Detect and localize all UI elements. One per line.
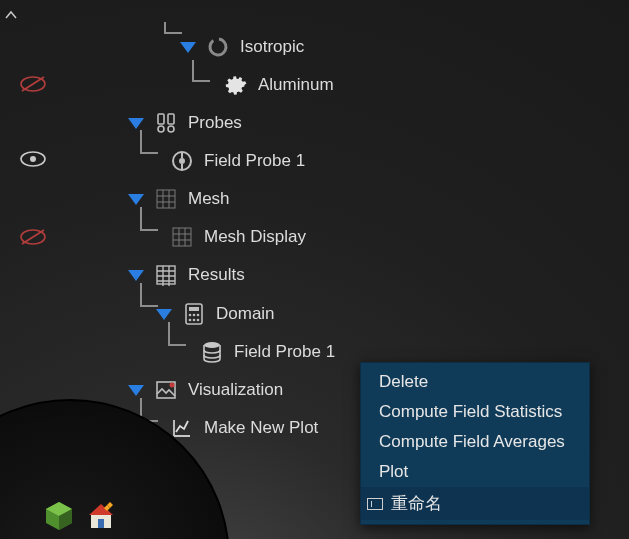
ctx-compute-field-averages[interactable]: Compute Field Averages <box>361 427 589 457</box>
expander-icon[interactable] <box>128 270 144 281</box>
taskbar-app-cube-icon[interactable] <box>42 499 76 533</box>
svg-point-19 <box>193 314 196 317</box>
probe-icon <box>170 149 194 173</box>
tree-label: Make New Plot <box>204 418 318 438</box>
expander-icon[interactable] <box>128 385 144 396</box>
tree-label: Mesh Display <box>204 227 306 247</box>
tree-node-isotropic[interactable]: Isotropic <box>180 32 304 62</box>
svg-rect-14 <box>173 228 191 246</box>
svg-point-18 <box>189 314 192 317</box>
database-icon <box>200 340 224 364</box>
tree-node-domain[interactable]: Domain <box>156 299 275 329</box>
results-table-icon <box>154 263 178 287</box>
svg-rect-17 <box>189 307 199 311</box>
ctx-label: Compute Field Averages <box>379 432 565 452</box>
ctx-label: 重命名 <box>391 492 442 515</box>
tree-node-mesh-display[interactable]: Mesh Display <box>170 222 306 252</box>
ctx-plot[interactable]: Plot <box>361 457 589 487</box>
tree-label: Aluminum <box>258 75 334 95</box>
tree-label: Domain <box>216 304 275 324</box>
gear-icon <box>224 73 248 97</box>
expander-icon[interactable] <box>156 309 172 320</box>
tree-label: Probes <box>188 113 242 133</box>
svg-rect-7 <box>158 114 164 124</box>
material-ring-icon <box>206 35 230 59</box>
visualization-picture-icon <box>154 378 178 402</box>
svg-point-22 <box>193 319 196 322</box>
taskbar-app-home-icon[interactable] <box>84 499 118 533</box>
ctx-label: Plot <box>379 462 408 482</box>
expander-icon[interactable] <box>128 118 144 129</box>
visibility-off-icon[interactable] <box>20 75 46 93</box>
svg-point-10 <box>168 126 174 132</box>
domain-calculator-icon <box>182 302 206 326</box>
ctx-delete[interactable]: Delete <box>361 367 589 397</box>
tree-node-field-probe[interactable]: Field Probe 1 <box>170 146 305 176</box>
tree-node-make-new-plot[interactable]: Make New Plot <box>170 413 318 443</box>
chevron-up-icon[interactable] <box>4 8 18 22</box>
svg-point-6 <box>207 36 230 59</box>
rename-icon <box>367 498 383 510</box>
expander-icon[interactable] <box>128 194 144 205</box>
tree-label: Isotropic <box>240 37 304 57</box>
probes-group-icon <box>154 111 178 135</box>
tree-label: Field Probe 1 <box>234 342 335 362</box>
context-menu: Delete Compute Field Statistics Compute … <box>360 362 590 525</box>
ctx-compute-field-statistics[interactable]: Compute Field Statistics <box>361 397 589 427</box>
svg-point-21 <box>189 319 192 322</box>
svg-point-20 <box>197 314 200 317</box>
tree-label: Results <box>188 265 245 285</box>
svg-rect-32 <box>98 519 104 528</box>
svg-rect-13 <box>157 190 175 208</box>
ctx-label: Delete <box>379 372 428 392</box>
svg-point-24 <box>204 342 220 348</box>
mesh-icon <box>154 187 178 211</box>
tree-node-results[interactable]: Results <box>128 260 245 290</box>
tree-label: Visualization <box>188 380 283 400</box>
tree-node-aluminum[interactable]: Aluminum <box>224 70 334 100</box>
ctx-rename[interactable]: 重命名 <box>361 487 589 520</box>
tree-node-result-field-probe[interactable]: Field Probe 1 <box>200 337 335 367</box>
svg-point-23 <box>197 319 200 322</box>
svg-point-26 <box>170 383 175 388</box>
svg-point-9 <box>158 126 164 132</box>
visibility-on-icon[interactable] <box>20 150 46 168</box>
tree-label: Field Probe 1 <box>204 151 305 171</box>
tree-label: Mesh <box>188 189 230 209</box>
svg-point-12 <box>180 159 184 163</box>
ctx-label: Compute Field Statistics <box>379 402 562 422</box>
tree-node-visualization[interactable]: Visualization <box>128 375 283 405</box>
tree-node-mesh[interactable]: Mesh <box>128 184 230 214</box>
mesh-display-icon <box>170 225 194 249</box>
svg-rect-8 <box>168 114 174 124</box>
visibility-off-icon[interactable] <box>20 228 46 246</box>
tree-node-probes[interactable]: Probes <box>128 108 242 138</box>
expander-icon[interactable] <box>180 42 196 53</box>
svg-point-3 <box>30 156 36 162</box>
